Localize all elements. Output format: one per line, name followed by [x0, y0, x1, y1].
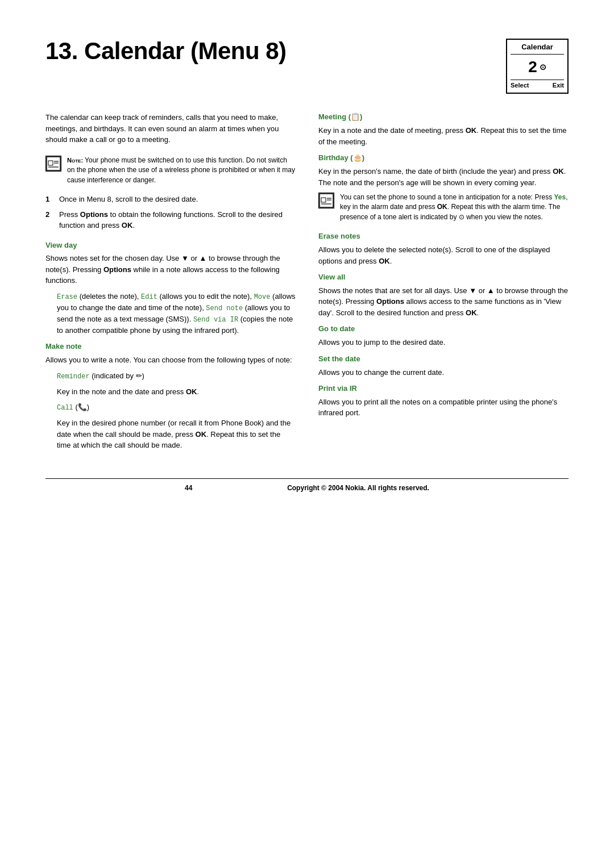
section-erase-notes-heading: Erase notes [318, 231, 569, 242]
phone-ui-select: Select [511, 81, 529, 90]
step-2: 2 Press Options to obtain the following … [45, 210, 296, 231]
left-column: The calendar can keep track of reminders… [45, 112, 296, 455]
section-make-note-heading: Make note [45, 341, 296, 352]
svg-rect-1 [48, 161, 53, 165]
note-box-2: You can set the phone to sound a tone in… [318, 193, 569, 222]
copyright: Copyright © 2004 Nokia. All rights reser… [287, 484, 429, 492]
subsection-call: Call (📞) Key in the desired phone number… [57, 402, 296, 451]
step-1: 1 Once in Menu 8, scroll to the desired … [45, 194, 296, 205]
intro-paragraph: The calendar can keep track of reminders… [45, 112, 296, 145]
section-view-all-body: Shows the notes that are set for all day… [318, 285, 569, 319]
section-view-day-heading: View day [45, 240, 296, 251]
phone-ui-menu-number: 2 ⊙ [511, 56, 564, 79]
note-icon-2 [318, 193, 334, 208]
section-meeting-body: Key in a note and the date of meeting, p… [318, 125, 569, 147]
right-column: Meeting (📋) Key in a note and the date o… [318, 112, 569, 455]
main-content: The calendar can keep track of reminders… [45, 112, 569, 455]
numbered-steps: 1 Once in Menu 8, scroll to the desired … [45, 194, 296, 231]
section-view-day-indented: Erase (deletes the note), Edit (allows y… [57, 291, 296, 336]
svg-rect-6 [321, 198, 326, 202]
section-print-ir-body: Allows you to print all the notes on a c… [318, 397, 569, 419]
page-title: 13. Calendar (Menu 8) [45, 34, 287, 69]
section-erase-notes-body: Allows you to delete the selected note(s… [318, 244, 569, 266]
phone-ui-title: Calendar [511, 42, 564, 55]
phone-ui-softkeys: Select Exit [511, 80, 564, 90]
note-icon-1 [45, 156, 61, 172]
page-footer: 44 Copyright © 2004 Nokia. All rights re… [45, 478, 569, 493]
section-go-to-date-heading: Go to date [318, 324, 569, 335]
note-label-1: Note: [67, 157, 85, 164]
phone-ui-nav-icon: ⊙ [540, 61, 546, 73]
section-meeting-heading: Meeting (📋) [318, 112, 569, 123]
section-set-date-body: Allows you to change the current date. [318, 367, 569, 378]
page-header: 13. Calendar (Menu 8) Calendar 2 ⊙ Selec… [45, 34, 569, 94]
section-print-ir-heading: Print via IR [318, 383, 569, 394]
section-set-date-heading: Set the date [318, 354, 569, 365]
note-box-1: Note: Your phone must be switched on to … [45, 156, 296, 185]
phone-ui-exit: Exit [553, 81, 564, 90]
note-text-1: Note: Your phone must be switched on to … [67, 156, 296, 185]
page-number: 44 [185, 484, 192, 492]
note-text-2: You can set the phone to sound a tone in… [340, 193, 569, 222]
section-view-day-body: Shows notes set for the chosen day. Use … [45, 253, 296, 286]
section-view-all-heading: View all [318, 272, 569, 283]
section-birthday-body: Key in the person's name, the date of bi… [318, 166, 569, 188]
section-make-note-body: Allows you to write a note. You can choo… [45, 354, 296, 366]
section-birthday-heading: Birthday (🎂) [318, 153, 569, 164]
section-go-to-date-body: Allows you to jump to the desired date. [318, 337, 569, 348]
subsection-reminder: Reminder (indicated by ✏) Key in the not… [57, 370, 296, 398]
phone-ui-widget: Calendar 2 ⊙ Select Exit [506, 39, 569, 94]
